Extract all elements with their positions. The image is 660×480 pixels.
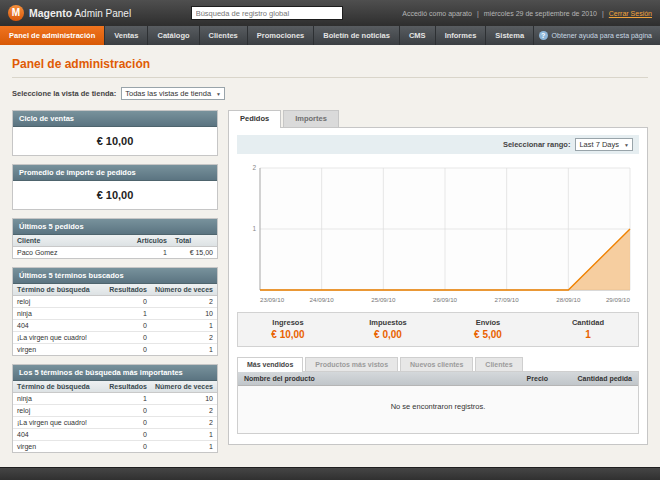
nav-item-cms[interactable]: CMS — [400, 26, 436, 45]
table-row[interactable]: 404 0 1 — [13, 320, 217, 332]
main-nav: Panel de administración Ventas Catálogo … — [0, 26, 660, 45]
column-header: Precio — [482, 372, 554, 386]
top-search-terms-card: Los 5 términos de búsqueda más important… — [12, 364, 218, 453]
footer-bar — [0, 467, 660, 480]
chevron-down-icon: ▼ — [216, 91, 221, 97]
stat-label: Impuestos — [338, 318, 438, 327]
orders-chart: 1223/09/1024/09/1025/09/1026/09/1027/09/… — [237, 158, 639, 306]
last-search-terms-card: Últimos 5 términos buscados Término de b… — [12, 267, 218, 356]
content-area: Panel de administración Seleccione la vi… — [0, 45, 660, 467]
table-row[interactable]: 404 0 1 — [13, 429, 217, 441]
cell-uses: 2 — [151, 332, 217, 344]
range-label: Seleccionar rango: — [503, 140, 571, 149]
chart-wrap: 1223/09/1024/09/1025/09/1026/09/1027/09/… — [229, 154, 647, 306]
last-orders-card: Últimos 5 pedidos Cliente Artículos Tota… — [12, 218, 218, 259]
page-title: Panel de administración — [12, 57, 648, 78]
card-title: Ciclo de ventas — [13, 111, 217, 127]
table-row[interactable]: reloj 0 2 — [13, 296, 217, 308]
tab-mas-vendidos[interactable]: Más vendidos — [237, 357, 303, 372]
nav-item-panel-administracion[interactable]: Panel de administración — [0, 26, 105, 45]
table-row[interactable]: Paco Gomez 1 € 15,00 — [13, 247, 217, 259]
cell-uses: 10 — [151, 308, 217, 320]
separator: | — [602, 10, 604, 17]
nav-item-boletin[interactable]: Boletín de noticias — [314, 26, 400, 45]
cell-term: ninja — [13, 393, 105, 405]
tab-importes[interactable]: Importes — [283, 110, 339, 127]
stat-label: Ingresos — [238, 318, 338, 327]
table-row[interactable]: ¡La virgen que cuadro! 0 2 — [13, 332, 217, 344]
svg-text:2: 2 — [252, 164, 256, 171]
logout-link[interactable]: Cerrar Sesión — [609, 10, 652, 17]
nav-item-promociones[interactable]: Promociones — [248, 26, 315, 45]
separator: | — [477, 10, 479, 17]
magento-logo-icon: M — [8, 5, 24, 21]
stat-envios: Envíos € 5,00 — [438, 313, 538, 346]
cell-results: 1 — [105, 393, 151, 405]
table-header-row: Cliente Artículos Total — [13, 235, 217, 247]
cell-results: 0 — [105, 320, 151, 332]
lifetime-sales-value: € 10,00 — [13, 127, 217, 155]
table-row[interactable]: virgen 0 1 — [13, 441, 217, 453]
cell-term: ¡La virgen que cuadro! — [13, 417, 105, 429]
cell-uses: 2 — [151, 296, 217, 308]
logo-title: Magento Admin Panel — [29, 7, 131, 19]
cell-results: 0 — [105, 429, 151, 441]
diagram-tabs: Pedidos Importes — [228, 110, 648, 127]
nav-item-sistema[interactable]: Sistema — [486, 26, 534, 45]
store-switcher: Seleccione la vista de tienda: Todas las… — [12, 87, 648, 100]
last-orders-table: Cliente Artículos Total Paco Gomez 1 € 1… — [13, 235, 217, 258]
cell-results: 0 — [105, 332, 151, 344]
table-row[interactable]: ¡La virgen que cuadro! 0 2 — [13, 417, 217, 429]
svg-text:29/09/10: 29/09/10 — [606, 296, 631, 303]
stat-label: Envíos — [438, 318, 538, 327]
dashboard-left-column: Ciclo de ventas € 10,00 Promedio de impo… — [12, 110, 218, 461]
global-search-input[interactable] — [191, 6, 343, 20]
cell-cliente: Paco Gomez — [13, 247, 133, 259]
cell-term: virgen — [13, 441, 105, 453]
column-header: Nombre del producto — [238, 372, 482, 386]
table-row[interactable]: virgen 0 1 — [13, 344, 217, 356]
cell-term: virgen — [13, 344, 105, 356]
tab-nuevos-clientes[interactable]: Nuevos clientes — [400, 357, 473, 371]
nav-item-clientes[interactable]: Clientes — [200, 26, 248, 45]
magento-logo[interactable]: M Magento Admin Panel — [8, 5, 131, 21]
stat-impuestos: Impuestos € 0,00 — [338, 313, 438, 346]
cell-uses: 1 — [151, 320, 217, 332]
card-title: Últimos 5 términos buscados — [13, 268, 217, 284]
nav-item-informes[interactable]: Informes — [436, 26, 487, 45]
products-tabs: Más vendidos Productos más vistos Nuevos… — [237, 357, 639, 371]
column-header: Cantidad pedida — [554, 372, 638, 386]
stat-ingresos: Ingresos € 10,00 — [238, 313, 338, 346]
stat-label: Cantidad — [538, 318, 638, 327]
table-header-row: Término de búsqueda Resultados Número de… — [13, 381, 217, 393]
products-table-wrap: Nombre del producto Precio Cantidad pedi… — [237, 371, 639, 434]
average-orders-card: Promedio de importe de pedidos € 10,00 — [12, 164, 218, 210]
dashboard-columns: Ciclo de ventas € 10,00 Promedio de impo… — [12, 110, 648, 461]
cell-uses: 1 — [151, 344, 217, 356]
range-select[interactable]: Last 7 Days ▼ — [575, 138, 633, 151]
nav-item-catalogo[interactable]: Catálogo — [148, 26, 199, 45]
cell-results: 0 — [105, 296, 151, 308]
stat-value: 1 — [538, 329, 638, 340]
table-row[interactable]: ninja 1 10 — [13, 308, 217, 320]
tab-clientes[interactable]: Clientes — [475, 357, 522, 371]
tab-productos-mas-vistos[interactable]: Productos más vistos — [305, 357, 398, 371]
dashboard-right-column: Pedidos Importes Seleccionar rango: Last… — [228, 110, 648, 461]
table-row[interactable]: reloj 0 2 — [13, 405, 217, 417]
help-label: Obtener ayuda para esta página — [552, 32, 652, 39]
column-header: Término de búsqueda — [13, 284, 105, 296]
svg-text:1: 1 — [252, 225, 256, 232]
cell-term: ¡La virgen que cuadro! — [13, 332, 105, 344]
logged-in-text: Accedió como aparato — [402, 10, 472, 17]
store-view-select[interactable]: Todas las vistas de tienda ▼ — [121, 87, 225, 100]
cell-results: 0 — [105, 417, 151, 429]
cell-uses: 1 — [151, 429, 217, 441]
tab-pedidos[interactable]: Pedidos — [228, 110, 281, 128]
cell-uses: 2 — [151, 417, 217, 429]
help-link[interactable]: ? Obtener ayuda para esta página — [539, 26, 660, 45]
cell-term: 404 — [13, 320, 105, 332]
products-table: Nombre del producto Precio Cantidad pedi… — [238, 372, 638, 386]
cell-term: 404 — [13, 429, 105, 441]
table-row[interactable]: ninja 1 10 — [13, 393, 217, 405]
nav-item-ventas[interactable]: Ventas — [105, 26, 148, 45]
